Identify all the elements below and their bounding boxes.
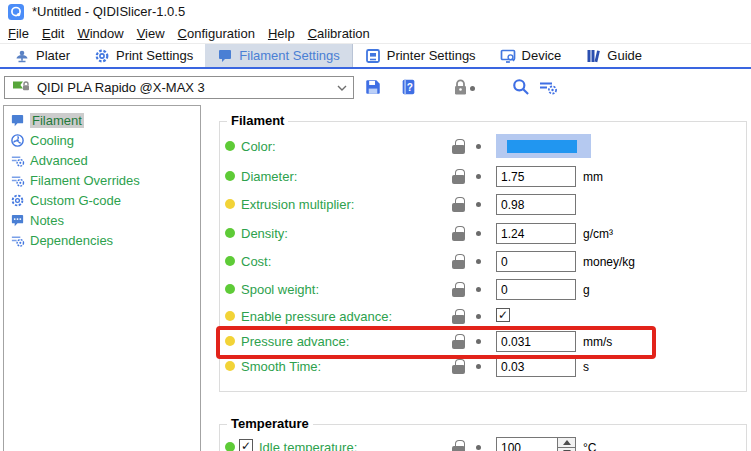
sidebar-item-dependencies[interactable]: Dependencies [4, 230, 200, 250]
sidebar-item-filament[interactable]: Filament [4, 110, 200, 130]
setting-row-diameter: Diameter: mm [225, 166, 747, 188]
modified-dot [225, 199, 235, 209]
menu-window[interactable]: Window [77, 26, 123, 41]
revert-dot [476, 144, 481, 149]
sidebar-item-custom-gcode[interactable]: Custom G-code [4, 190, 200, 210]
unit-label: °C [583, 441, 596, 451]
app-logo-icon [8, 4, 24, 20]
unit-label: g [583, 283, 590, 297]
color-swatch-inner [507, 140, 577, 153]
search-button[interactable] [510, 76, 532, 98]
setting-label: Cost: [241, 254, 271, 269]
tab-label: Device [522, 48, 562, 63]
preset-toolbar: QIDI PLA Rapido @X-MAX 3 ? [0, 70, 751, 104]
revert-all-dot [470, 86, 475, 91]
revert-dot [476, 231, 481, 236]
lock-icon[interactable] [452, 169, 465, 184]
lock-all-button[interactable] [449, 76, 471, 98]
chevron-down-icon [337, 80, 347, 95]
lock-icon[interactable] [452, 359, 465, 374]
spool-weight-input[interactable] [496, 279, 576, 300]
unit-label: g/cm³ [583, 227, 613, 241]
revert-dot [476, 339, 481, 344]
sidebar-item-cooling[interactable]: Cooling [4, 130, 200, 150]
preset-name: QIDI PLA Rapido @X-MAX 3 [37, 80, 331, 95]
lock-icon[interactable] [452, 282, 465, 297]
lock-icon[interactable] [452, 139, 465, 154]
modified-dot [225, 228, 235, 238]
lock-icon[interactable] [452, 254, 465, 269]
device-icon [500, 48, 516, 64]
options-gear-icon [10, 153, 25, 168]
modified-dot [225, 141, 235, 151]
printer-icon [365, 48, 381, 64]
search-icon [512, 78, 530, 96]
group-legend: Filament [227, 113, 288, 128]
setting-row-smooth-time: Smooth Time: s [225, 356, 747, 378]
diameter-input[interactable] [496, 166, 576, 187]
lock-icon[interactable] [452, 440, 465, 451]
menu-file[interactable]: File [8, 26, 29, 41]
options-gear-icon [10, 173, 25, 188]
lock-icon[interactable] [452, 309, 465, 324]
setting-label: Extrusion multiplier: [241, 197, 354, 212]
menu-configuration[interactable]: Configuration [178, 26, 255, 41]
settings-sidebar: Filament Cooling Advanced Filament Overr… [3, 105, 201, 451]
sidebar-item-label: Advanced [30, 153, 88, 168]
preset-combobox[interactable]: QIDI PLA Rapido @X-MAX 3 [4, 76, 354, 99]
menu-edit[interactable]: Edit [42, 26, 64, 41]
lock-icon[interactable] [452, 226, 465, 241]
tab-device[interactable]: Device [488, 44, 574, 67]
svg-text:?: ? [406, 82, 412, 93]
title-bar: *Untitled - QIDISlicer-1.0.5 [0, 0, 751, 23]
revert-dot [476, 364, 481, 369]
lock-icon[interactable] [452, 197, 465, 212]
menu-help[interactable]: Help [268, 26, 295, 41]
sidebar-item-label: Notes [30, 213, 64, 228]
menu-calibration[interactable]: Calibration [308, 26, 370, 41]
setting-label: Pressure advance: [241, 334, 349, 349]
revert-dot [476, 287, 481, 292]
save-button[interactable] [362, 76, 384, 98]
gear-icon [94, 48, 110, 64]
spin-up-button[interactable] [558, 438, 575, 448]
tab-guide[interactable]: Guide [573, 44, 654, 67]
idle-temperature-spinner [496, 437, 576, 451]
color-swatch[interactable] [496, 134, 591, 158]
sidebar-item-label: Filament [30, 113, 84, 128]
preferences-button[interactable] [537, 76, 559, 98]
tab-plater[interactable]: Plater [2, 44, 82, 67]
revert-dot [476, 259, 481, 264]
setting-row-pressure-advance: Pressure advance: mm/s [225, 331, 747, 353]
enable-pressure-advance-checkbox[interactable]: ✓ [496, 308, 510, 322]
modified-dot [225, 284, 235, 294]
lock-icon[interactable] [452, 334, 465, 349]
tab-print-settings[interactable]: Print Settings [82, 44, 205, 67]
idle-temperature-checkbox[interactable]: ✓ [239, 439, 253, 451]
unit-label: s [583, 360, 589, 374]
setting-label: Enable pressure advance: [241, 309, 392, 324]
extrusion-multiplier-input[interactable] [496, 194, 576, 215]
preset-filament-icon [11, 78, 31, 97]
tab-filament-settings[interactable]: Filament Settings [205, 44, 352, 67]
setting-row-spool-weight: Spool weight: g [225, 279, 747, 301]
modified-dot [225, 336, 235, 346]
modified-dot [225, 171, 235, 181]
window-title: *Untitled - QIDISlicer-1.0.5 [32, 4, 185, 19]
idle-temperature-input[interactable] [497, 438, 557, 451]
sidebar-item-filament-overrides[interactable]: Filament Overrides [4, 170, 200, 190]
compare-presets-button[interactable]: ? [397, 76, 419, 98]
sidebar-item-advanced[interactable]: Advanced [4, 150, 200, 170]
density-input[interactable] [496, 223, 576, 244]
tab-label: Print Settings [116, 48, 193, 63]
setting-row-cost: Cost: money/kg [225, 251, 747, 273]
menu-view[interactable]: View [137, 26, 165, 41]
modified-dot [225, 256, 235, 266]
setting-row-idle-temperature: ✓ Idle temperature: °C [225, 437, 747, 451]
cost-input[interactable] [496, 251, 576, 272]
tab-printer-settings[interactable]: Printer Settings [353, 44, 488, 67]
sidebar-item-label: Dependencies [30, 233, 113, 248]
sidebar-item-notes[interactable]: Notes [4, 210, 200, 230]
pressure-advance-input[interactable] [496, 331, 576, 352]
smooth-time-input[interactable] [496, 356, 576, 377]
